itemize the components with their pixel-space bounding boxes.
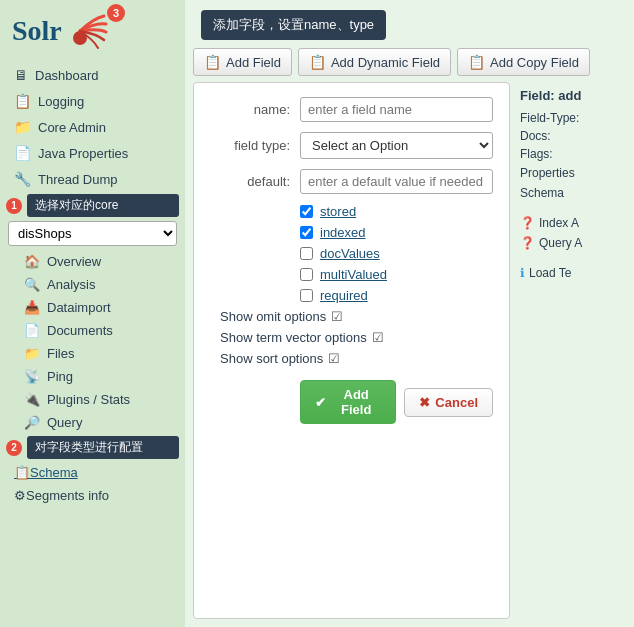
add-field-button[interactable]: 📋 Add Field	[193, 48, 292, 76]
default-input[interactable]	[300, 169, 493, 194]
documents-icon: 📄	[24, 323, 40, 338]
indexed-checkbox[interactable]	[300, 226, 313, 239]
add-dynamic-field-button[interactable]: 📋 Add Dynamic Field	[298, 48, 451, 76]
core-dropdown[interactable]: disShops	[8, 221, 177, 246]
docvalues-checkbox[interactable]	[300, 247, 313, 260]
docvalues-row: docValues	[300, 246, 493, 261]
show-sort-options[interactable]: Show sort options ☑	[220, 351, 493, 366]
indexed-label[interactable]: indexed	[320, 225, 366, 240]
term-toggle-icon: ☑	[372, 330, 384, 345]
logo-text: Solr	[12, 15, 62, 47]
sub-nav-label-analysis: Analysis	[47, 277, 95, 292]
right-panel-properties-label: Properties	[520, 166, 575, 180]
sub-nav-plugins-stats[interactable]: 🔌 Plugins / Stats	[10, 388, 185, 411]
add-dynamic-field-label: Add Dynamic Field	[331, 55, 440, 70]
sidebar-item-segments[interactable]: ⚙ Segments info	[0, 484, 185, 507]
default-label: default:	[210, 174, 300, 189]
sub-nav-overview[interactable]: 🏠 Overview	[10, 250, 185, 273]
nav-item-thread-dump[interactable]: 🔧 Thread Dump	[0, 166, 185, 192]
name-row: name:	[210, 97, 493, 122]
files-icon: 📁	[24, 346, 40, 361]
right-panel-properties[interactable]: Properties	[516, 163, 626, 183]
core-admin-icon: 📁	[14, 119, 31, 135]
docvalues-label[interactable]: docValues	[320, 246, 380, 261]
overview-icon: 🏠	[24, 254, 40, 269]
right-panel-field-type: Field-Type:	[516, 109, 626, 127]
right-panel-docs: Docs:	[516, 127, 626, 145]
name-label: name:	[210, 102, 300, 117]
show-omit-options[interactable]: Show omit options ☑	[220, 309, 493, 324]
add-copy-icon: 📋	[468, 54, 485, 70]
sub-nav-documents[interactable]: 📄 Documents	[10, 319, 185, 342]
nav-label-dashboard: Dashboard	[35, 68, 99, 83]
sub-nav-query[interactable]: 🔎 Query	[10, 411, 185, 434]
name-input[interactable]	[300, 97, 493, 122]
sidebar-item-schema[interactable]: 📋 Schema	[0, 461, 185, 484]
toolbar: 📋 Add Field 📋 Add Dynamic Field 📋 Add Co…	[185, 42, 634, 82]
show-sort-label: Show sort options	[220, 351, 323, 366]
action-row: ✔ Add Field ✖ Cancel	[210, 380, 493, 424]
sub-nav-files[interactable]: 📁 Files	[10, 342, 185, 365]
add-field-icon: 📋	[204, 54, 221, 70]
multivalued-checkbox[interactable]	[300, 268, 313, 281]
sub-nav-label-documents: Documents	[47, 323, 113, 338]
stored-checkbox[interactable]	[300, 205, 313, 218]
java-properties-icon: 📄	[14, 145, 31, 161]
add-copy-field-button[interactable]: 📋 Add Copy Field	[457, 48, 590, 76]
sub-nav-label-dataimport: Dataimport	[47, 300, 111, 315]
right-panel-schema[interactable]: Schema	[516, 183, 626, 203]
right-panel-query-link[interactable]: ❓ Query A	[516, 233, 626, 253]
multivalued-row: multiValued	[300, 267, 493, 282]
add-dynamic-icon: 📋	[309, 54, 326, 70]
sub-nav-analysis[interactable]: 🔍 Analysis	[10, 273, 185, 296]
nav-item-logging[interactable]: 📋 Logging	[0, 88, 185, 114]
ping-icon: 📡	[24, 369, 40, 384]
multivalued-label[interactable]: multiValued	[320, 267, 387, 282]
default-row: default:	[210, 169, 493, 194]
sort-toggle-icon: ☑	[328, 351, 340, 366]
sub-nav-dataimport[interactable]: 📥 Dataimport	[10, 296, 185, 319]
cancel-button[interactable]: ✖ Cancel	[404, 388, 493, 417]
show-term-options[interactable]: Show term vector options ☑	[220, 330, 493, 345]
indexed-row: indexed	[300, 225, 493, 240]
required-checkbox[interactable]	[300, 289, 313, 302]
main-content: 添加字段，设置name、type 📋 Add Field 📋 Add Dynam…	[185, 0, 634, 627]
index-link-label: Index A	[539, 216, 579, 230]
right-panel-schema-label: Schema	[520, 186, 564, 200]
stored-row: stored	[300, 204, 493, 219]
load-info-icon: ℹ	[520, 266, 525, 280]
query-icon: 🔎	[24, 415, 40, 430]
segments-label: Segments info	[26, 488, 109, 503]
field-type-select[interactable]: Select an Option	[300, 132, 493, 159]
required-label[interactable]: required	[320, 288, 368, 303]
toolbar-tooltip: 添加字段，设置name、type	[201, 10, 386, 40]
right-panel-load-link[interactable]: ℹ Load Te	[516, 263, 626, 283]
cancel-x-icon: ✖	[419, 395, 430, 410]
plugins-icon: 🔌	[24, 392, 40, 407]
query-link-label: Query A	[539, 236, 582, 250]
stored-label[interactable]: stored	[320, 204, 356, 219]
query-help-icon: ❓	[520, 236, 535, 250]
analysis-icon: 🔍	[24, 277, 40, 292]
show-omit-label: Show omit options	[220, 309, 326, 324]
schema-icon: 📋	[14, 465, 30, 480]
sub-nav: 🏠 Overview 🔍 Analysis 📥 Dataimport 📄 Doc…	[0, 250, 185, 434]
submit-add-field-button[interactable]: ✔ Add Field	[300, 380, 396, 424]
nav-item-dashboard[interactable]: 🖥 Dashboard	[0, 62, 185, 88]
nav-item-java-properties[interactable]: 📄 Java Properties	[0, 140, 185, 166]
dashboard-icon: 🖥	[14, 67, 28, 83]
nav-label-logging: Logging	[38, 94, 84, 109]
add-button-label: Add Field	[331, 387, 381, 417]
schema-label: Schema	[30, 465, 78, 480]
index-help-icon: ❓	[520, 216, 535, 230]
core-select-tooltip: 选择对应的core	[27, 194, 179, 217]
nav-label-java-properties: Java Properties	[38, 146, 128, 161]
right-panel-index-link[interactable]: ❓ Index A	[516, 213, 626, 233]
sub-nav-label-files: Files	[47, 346, 74, 361]
logging-icon: 📋	[14, 93, 31, 109]
logo-area: Solr 3	[0, 0, 185, 62]
nav-item-core-admin[interactable]: 📁 Core Admin	[0, 114, 185, 140]
sub-nav-ping[interactable]: 📡 Ping	[10, 365, 185, 388]
required-row: required	[300, 288, 493, 303]
core-select[interactable]: disShops	[8, 221, 177, 246]
